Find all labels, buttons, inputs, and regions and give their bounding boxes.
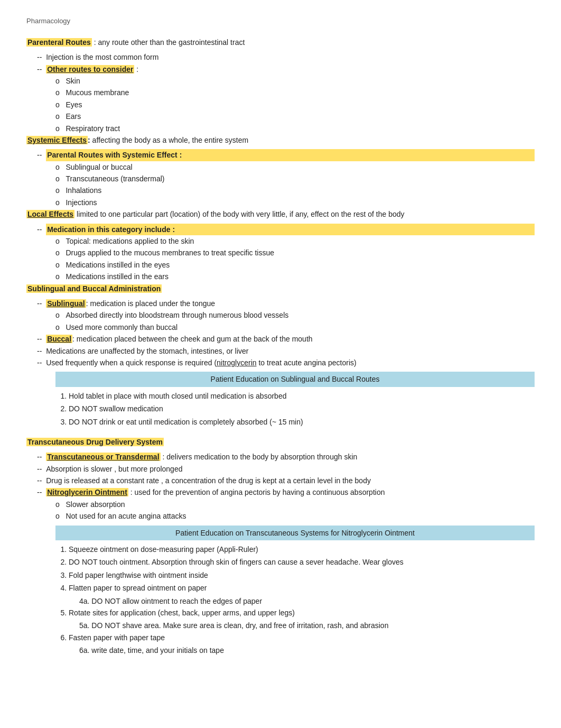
- sublingual-edu-1: Hold tablet in place with mouth closed u…: [69, 390, 535, 402]
- sublingual-buccal-item: Sublingual or buccal: [55, 161, 535, 173]
- used-more-commonly-text: Used more commonly than buccal: [66, 321, 177, 333]
- inhalations-item: Inhalations: [55, 185, 535, 196]
- transcutaneous-main-text: Transcutaneous or Transdermal : delivers…: [46, 451, 535, 463]
- nitroglycerin-inline: nitroglycerin: [217, 358, 256, 367]
- buccal-main-item: - Buccal: medication placed between the …: [37, 333, 535, 345]
- nitro-4a: 4a. DO NOT allow ointment to reach the e…: [79, 595, 535, 607]
- nitroglycerin-oint-item: - Nitroglycerin Ointment : used for the …: [37, 486, 535, 498]
- respiratory-text: Respiratory tract: [66, 123, 120, 134]
- injection-text: Injection is the most common form: [46, 51, 535, 63]
- parental-systemic-item: - Parental Routes with Systemic Effect :: [37, 149, 535, 161]
- medications-unaffected-item: - Medications are unaffected by the stom…: [37, 345, 535, 357]
- drugs-mucous-text: Drugs applied to the mucous membranes to…: [66, 247, 274, 259]
- topical-item: Topical: medications applied to the skin: [55, 235, 535, 247]
- skin-text: Skin: [66, 75, 80, 87]
- mucous-item: Mucous membrane: [55, 87, 535, 98]
- medication-category-item: - Medication in this category include :: [37, 224, 535, 235]
- dash-icon: -: [40, 51, 46, 63]
- nitro-edu-2: DO NOT touch ointment. Absorption throug…: [69, 556, 535, 568]
- eyes-text: Eyes: [66, 99, 82, 110]
- absorbed-directly-item: Absorbed directly into bloodstream throu…: [55, 309, 535, 321]
- drug-released-text: Drug is released at a constant rate , a …: [46, 475, 535, 486]
- dash-icon4: -: [40, 224, 46, 235]
- dash-icon5: -: [40, 298, 46, 309]
- slower-absorption-text: Slower absorption: [66, 499, 125, 510]
- nitro-6a: 6a. write date, time, and your initials …: [79, 644, 535, 656]
- dash-icon7: -: [40, 345, 46, 357]
- nitro-edu-1: Squeeze ointment on dose-measuring paper…: [69, 543, 535, 555]
- nitro-edu-6: Fasten paper with paper tape: [69, 632, 535, 643]
- buccal-def: : medication placed between the cheek an…: [72, 335, 313, 343]
- dash-icon8: -: [40, 357, 46, 368]
- sublingual-main-text: Sublingual: medication is placed under t…: [46, 298, 535, 309]
- patient-ed-sublingual-list: Hold tablet in place with mouth closed u…: [69, 390, 535, 428]
- sublingual-buccal-section: Sublingual and Buccal Administration: [26, 283, 535, 294]
- nitroglycerin-oint-def: : used for the prevention of angina pect…: [128, 488, 385, 496]
- drugs-mucous-item: Drugs applied to the mucous membranes to…: [55, 247, 535, 259]
- used-more-commonly-item: Used more commonly than buccal: [55, 321, 535, 333]
- mucous-text: Mucous membrane: [66, 87, 129, 98]
- skin-item: Skin: [55, 75, 535, 87]
- patient-ed-nitro-list-2: Rotate sites for application (chest, bac…: [69, 607, 535, 619]
- subject-label: Pharmacology: [26, 16, 535, 27]
- absorption-slower-text: Absorption is slower , but more prolonge…: [46, 463, 535, 475]
- other-routes-text: Other routes to consider :: [46, 63, 535, 75]
- parenteral-routes-section: Parenteral Routes : any route other than…: [26, 36, 535, 48]
- local-effects-section: Local Effects limited to one particular …: [26, 208, 535, 220]
- other-routes-colon: :: [134, 65, 138, 73]
- sublingual-label: Sublingual: [46, 299, 86, 308]
- transcutaneous-system-section: Transcutaneous Drug Delivery System: [26, 436, 535, 448]
- inhalations-text: Inhalations: [66, 185, 101, 196]
- dash-icon6: -: [40, 333, 46, 345]
- transcutaneous-label: Transcutaneous or Transdermal: [46, 453, 160, 461]
- med-ears-text: Medications instilled in the ears: [66, 271, 169, 282]
- drug-released-item: - Drug is released at a constant rate , …: [37, 475, 535, 486]
- nitroglycerin-oint-text: Nitroglycerin Ointment : used for the pr…: [46, 486, 535, 498]
- eyes-item: Eyes: [55, 99, 535, 110]
- injections-text: Injections: [66, 197, 97, 208]
- injection-item: - Injection is the most common form: [37, 51, 535, 63]
- buccal-label: Buccal: [46, 335, 72, 343]
- nitro-edu-3: Fold paper lengthwise with ointment insi…: [69, 569, 535, 581]
- other-routes-label: Other routes to consider: [46, 65, 134, 73]
- systemic-effects-section: Systemic Effects: affecting the body as …: [26, 134, 535, 146]
- transcutaneous-main-item: - Transcutaneous or Transdermal : delive…: [37, 451, 535, 463]
- sublingual-def: : medication is placed under the tongue: [86, 299, 215, 308]
- med-eyes-text: Medications instilled in the eyes: [66, 259, 170, 271]
- sublingual-buccal-text: Sublingual or buccal: [66, 161, 132, 173]
- sublingual-buccal-header: Sublingual and Buccal Administration: [26, 284, 162, 293]
- systemic-effects-def: affecting the body as a whole, the entir…: [90, 136, 248, 144]
- absorption-slower-item: - Absorption is slower , but more prolon…: [37, 463, 535, 475]
- ears-item: Ears: [55, 110, 535, 122]
- dash-icon2: -: [40, 63, 46, 75]
- local-effects-def: limited to one particular part (location…: [74, 210, 404, 218]
- dash-icon9: -: [40, 451, 46, 463]
- systemic-effects-label: Systemic Effects: [26, 136, 88, 144]
- dash-icon10: -: [40, 463, 46, 475]
- dash-icon3: -: [40, 149, 46, 161]
- parental-systemic-label: Parental Routes with Systemic Effect :: [46, 149, 535, 161]
- local-effects-label: Local Effects: [26, 210, 74, 218]
- buccal-main-text: Buccal: medication placed between the ch…: [46, 333, 535, 345]
- quick-response-text-1: Used frequently when a quick response is…: [46, 358, 217, 367]
- parenteral-routes-label: Parenteral Routes: [26, 38, 92, 47]
- medication-category-label: Medication in this category include :: [46, 224, 535, 235]
- slower-absorption-item: Slower absorption: [55, 499, 535, 510]
- nitro-5a: 5a. DO NOT shave area. Make sure area is…: [79, 620, 535, 631]
- dash-icon11: -: [40, 475, 46, 486]
- patient-ed-nitro-list-3: Fasten paper with paper tape: [69, 632, 535, 643]
- patient-ed-nitro-header: Patient Education on Transcutaneous Syst…: [55, 526, 535, 540]
- injections-item: Injections: [55, 197, 535, 208]
- not-used-acute-item: Not used for an acute angina attacks: [55, 510, 535, 522]
- medications-unaffected-text: Medications are unaffected by the stomac…: [46, 345, 535, 357]
- not-used-acute-text: Not used for an acute angina attacks: [66, 510, 186, 522]
- sublingual-main-item: - Sublingual: medication is placed under…: [37, 298, 535, 309]
- patient-ed-nitro-list: Squeeze ointment on dose-measuring paper…: [69, 543, 535, 594]
- respiratory-item: Respiratory tract: [55, 123, 535, 134]
- ears-text: Ears: [66, 110, 81, 122]
- parenteral-routes-def: : any route other than the gastrointesti…: [92, 38, 245, 47]
- other-routes-item: - Other routes to consider :: [37, 63, 535, 75]
- med-ears-item: Medications instilled in the ears: [55, 271, 535, 282]
- dash-icon12: -: [40, 486, 46, 498]
- transcutaneous-header: Transcutaneous Drug Delivery System: [26, 438, 164, 446]
